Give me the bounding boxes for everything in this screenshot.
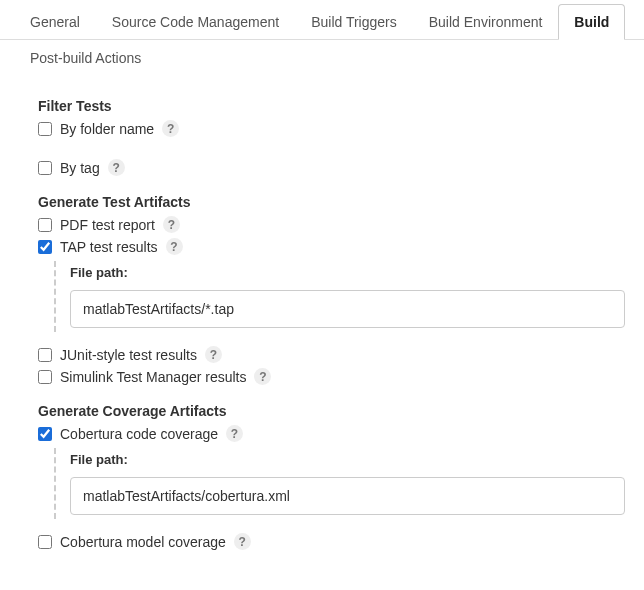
label-junit-test-results: JUnit-style test results [60,347,197,363]
option-cobertura-model-coverage: Cobertura model coverage ? [38,533,630,550]
tab-bar-row-2: Post-build Actions [0,40,644,80]
checkbox-junit-test-results[interactable] [38,348,52,362]
tab-post-build-actions[interactable]: Post-build Actions [14,40,157,75]
help-icon[interactable]: ? [108,159,125,176]
label-cobertura-model-coverage: Cobertura model coverage [60,534,226,550]
help-icon[interactable]: ? [234,533,251,550]
help-icon[interactable]: ? [205,346,222,363]
option-cobertura-code-coverage: Cobertura code coverage ? [38,425,630,442]
help-icon[interactable]: ? [166,238,183,255]
help-icon[interactable]: ? [226,425,243,442]
input-cobertura-file-path[interactable] [70,477,625,515]
label-by-folder-name: By folder name [60,121,154,137]
cobertura-file-path-group: File path: [54,448,630,519]
tab-bar-row-1: General Source Code Management Build Tri… [0,0,644,40]
help-icon[interactable]: ? [163,216,180,233]
checkbox-pdf-test-report[interactable] [38,218,52,232]
option-simulink-test-manager: Simulink Test Manager results ? [38,368,630,385]
tab-build[interactable]: Build [558,4,625,40]
tab-general[interactable]: General [14,4,96,40]
tab-build-triggers[interactable]: Build Triggers [295,4,413,40]
label-cobertura-code-coverage: Cobertura code coverage [60,426,218,442]
option-tap-test-results: TAP test results ? [38,238,630,255]
tab-scm[interactable]: Source Code Management [96,4,295,40]
tap-file-path-group: File path: [54,261,630,332]
checkbox-simulink-test-manager[interactable] [38,370,52,384]
section-generate-coverage-artifacts: Generate Coverage Artifacts [38,403,630,419]
checkbox-by-tag[interactable] [38,161,52,175]
label-tap-test-results: TAP test results [60,239,158,255]
label-simulink-test-manager: Simulink Test Manager results [60,369,246,385]
section-filter-tests: Filter Tests [38,98,630,114]
help-icon[interactable]: ? [162,120,179,137]
section-generate-test-artifacts: Generate Test Artifacts [38,194,630,210]
option-junit-test-results: JUnit-style test results ? [38,346,630,363]
tab-build-environment[interactable]: Build Environment [413,4,559,40]
option-pdf-test-report: PDF test report ? [38,216,630,233]
checkbox-cobertura-code-coverage[interactable] [38,427,52,441]
label-file-path: File path: [70,452,630,467]
option-by-folder-name: By folder name ? [38,120,630,137]
checkbox-tap-test-results[interactable] [38,240,52,254]
input-tap-file-path[interactable] [70,290,625,328]
label-file-path: File path: [70,265,630,280]
label-by-tag: By tag [60,160,100,176]
checkbox-by-folder-name[interactable] [38,122,52,136]
option-by-tag: By tag ? [38,159,630,176]
build-config-panel: Filter Tests By folder name ? By tag ? G… [0,80,644,569]
help-icon[interactable]: ? [254,368,271,385]
label-pdf-test-report: PDF test report [60,217,155,233]
checkbox-cobertura-model-coverage[interactable] [38,535,52,549]
